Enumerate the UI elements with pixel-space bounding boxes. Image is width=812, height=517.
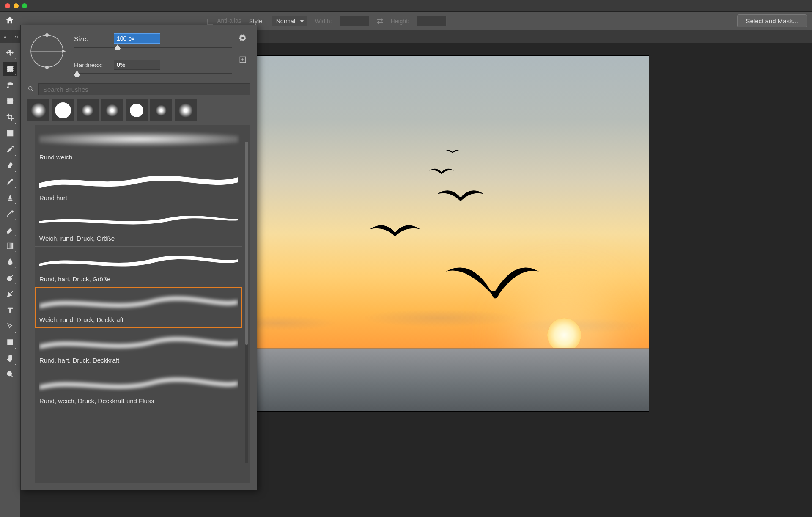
history-brush-tool[interactable] [3,206,17,221]
brush-list-scrollbar[interactable] [245,142,248,463]
tool-panel [0,43,20,517]
lasso-tool[interactable] [3,78,17,92]
brush-label: Rund, weich, Druck, Deckkraft und Fluss [39,397,238,404]
type-tool[interactable] [3,303,17,317]
gradient-tool[interactable] [3,239,17,253]
rectangular-marquee-tool[interactable] [3,62,17,76]
recent-brush[interactable] [101,99,123,121]
window-close-button[interactable] [5,3,10,8]
tab-nav-icon[interactable]: ›› [14,33,18,40]
style-select[interactable]: Normal [272,18,307,25]
sun [547,318,581,352]
brush-item[interactable]: Rund, hart, Druck, Deckkraft [35,328,242,368]
brush-stroke-preview [39,330,238,354]
brush-stroke-preview [39,209,238,232]
object-selection-tool[interactable] [3,94,17,108]
svg-rect-5 [7,243,13,249]
recent-brush[interactable] [52,99,74,121]
svg-point-8 [7,371,11,376]
svg-point-6 [7,277,11,281]
svg-rect-0 [7,66,13,72]
hardness-label: Hardness: [74,61,108,69]
zoom-tool[interactable] [3,367,17,382]
home-button[interactable] [5,16,14,26]
anti-alias-checkbox[interactable] [207,19,213,25]
svg-point-12 [45,33,49,37]
brush-size-input[interactable] [114,33,160,44]
svg-rect-7 [8,340,13,345]
brush-item[interactable]: Weich, rund, Druck, Größe [35,206,242,247]
bird-silhouette [445,148,460,157]
anti-alias-label: Anti-alias [217,17,241,24]
brush-size-slider[interactable] [74,44,232,51]
brush-stroke-preview [39,168,238,192]
bird-silhouette [446,263,539,311]
path-selection-tool[interactable] [3,319,17,333]
style-value: Normal [272,16,307,26]
brush-stroke-preview [39,371,238,395]
smudge-tool[interactable] [3,255,17,269]
clone-stamp-tool[interactable] [3,190,17,205]
window-maximize-button[interactable] [22,3,27,8]
bird-silhouette [437,187,484,208]
brush-label: Weich, rund, Druck, Größe [39,235,238,242]
recent-brush[interactable] [27,99,49,121]
dodge-tool[interactable] [3,271,17,285]
frame-tool[interactable] [3,126,17,140]
svg-point-13 [45,66,49,69]
move-tool[interactable] [3,46,17,60]
search-icon [27,85,34,94]
eyedropper-tool[interactable] [3,142,17,157]
gear-icon[interactable] [239,34,247,43]
height-label: Height: [391,18,409,25]
brush-hardness-slider[interactable] [74,70,232,77]
recent-brush[interactable] [175,99,197,121]
hand-tool[interactable] [3,351,17,366]
brush-panel: Size: Hardness: [20,25,257,490]
svg-point-16 [29,86,32,90]
brush-label: Rund hart [39,194,238,201]
crop-tool[interactable] [3,110,17,124]
brush-item[interactable]: Rund, hart, Druck, Größe [35,247,242,287]
brush-stroke-preview [39,127,238,151]
brush-item[interactable]: Rund, weich, Druck, Deckkraft und Fluss [35,368,242,409]
width-input[interactable] [340,16,369,26]
style-label: Style: [249,18,264,25]
brush-list: Rund weichRund hartWeich, rund, Druck, G… [35,125,250,483]
select-and-mask-button[interactable]: Select and Mask... [737,14,807,28]
brush-item[interactable]: Rund weich [35,125,242,165]
bird-silhouette [370,221,420,243]
width-label: Width: [315,18,332,25]
recent-brush[interactable] [77,99,99,121]
height-input[interactable] [417,16,447,26]
eraser-tool[interactable] [3,223,17,237]
rectangle-shape-tool[interactable] [3,335,17,349]
recent-brush[interactable] [126,99,148,121]
brush-label: Weich, rund, Druck, Deckkraft [39,316,238,323]
mac-titlebar [0,0,812,12]
recent-brush[interactable] [150,99,172,121]
tab-close-icon[interactable]: × [3,33,7,40]
brush-stroke-preview [39,290,238,314]
brush-label: Rund, hart, Druck, Deckkraft [39,357,238,364]
healing-brush-tool[interactable] [3,158,17,173]
brush-search-input[interactable] [38,83,250,95]
size-label: Size: [74,35,108,42]
svg-point-4 [11,211,13,213]
recent-brushes [21,99,257,125]
brush-tool[interactable] [3,174,17,189]
brush-label: Rund weich [39,154,238,161]
brush-stroke-preview [39,249,238,273]
brush-item[interactable]: Weich, rund, Druck, Deckkraft [35,287,242,328]
bird-silhouette [429,166,454,179]
brush-angle-widget[interactable] [27,31,67,72]
window-minimize-button[interactable] [14,3,19,8]
svg-marker-14 [62,50,66,53]
brush-item[interactable]: Rund hart [35,165,242,206]
pen-tool[interactable] [3,287,17,301]
anti-alias-option[interactable]: Anti-alias [207,17,241,24]
brush-hardness-input[interactable] [114,60,160,70]
new-brush-icon[interactable] [239,56,247,65]
swap-dimensions-icon[interactable]: ⇄ [377,16,383,26]
brush-label: Rund, hart, Druck, Größe [39,275,238,283]
